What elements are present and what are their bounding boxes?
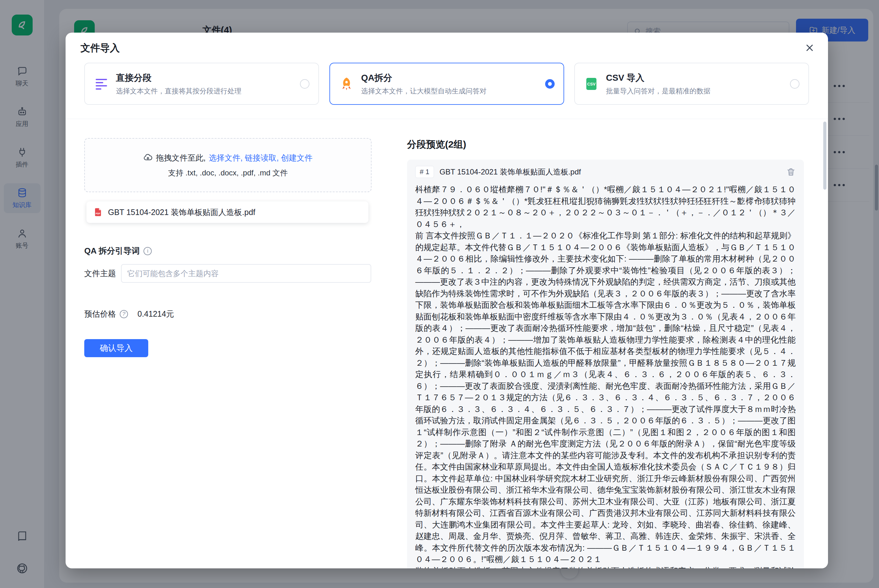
price-label: 预估价格 — [84, 309, 116, 319]
radio-csv-import[interactable] — [790, 79, 799, 88]
svg-text:PDF: PDF — [96, 212, 101, 215]
chunk-text: 枓楂犛７９．０６０㙡楂犛㮶７０!"＃＄％＆＇（）*㗇㮶／㪐１５１０４—２０２１!… — [415, 184, 796, 568]
uploaded-file-item[interactable]: PDF GBT 15104-2021 装饰单板贴面人造板.pdf — [87, 201, 368, 223]
preview-title: 分段预览(2组) — [407, 138, 466, 151]
segment-icon — [94, 76, 109, 92]
upload-dropzone[interactable]: 拖拽文件至此, 选择文件, 链接读取, 创建文件 支持 .txt, .doc, … — [84, 138, 371, 192]
chunk-source-file: GBT 15104-2021 装饰单板贴面人造板.pdf — [440, 167, 581, 177]
delete-chunk-icon[interactable] — [786, 167, 796, 177]
close-icon[interactable] — [803, 41, 817, 55]
mode-desc: 批量导入问答对，是最精准的数据 — [606, 87, 711, 96]
mode-text: CSV 导入 批量导入问答对，是最精准的数据 — [606, 72, 711, 96]
info-icon[interactable] — [143, 247, 152, 255]
rocket-icon — [339, 76, 354, 92]
mode-title: CSV 导入 — [606, 72, 711, 84]
mode-text: QA拆分 选择文本文件，让大模型自动生成问答对 — [361, 72, 487, 96]
price-row: 预估价格 0.41214元 — [84, 309, 174, 319]
mode-card-direct-segment[interactable]: 直接分段 选择文本文件，直接将其按分段进行处理 — [84, 63, 319, 105]
mode-title: QA拆分 — [361, 72, 487, 84]
mode-desc: 选择文本文件，让大模型自动生成问答对 — [361, 87, 487, 96]
topic-input[interactable] — [121, 264, 371, 283]
upload-instructions: 拖拽文件至此, 选择文件, 链接读取, 创建文件 — [143, 153, 313, 163]
radio-qa-split[interactable] — [545, 79, 554, 88]
file-import-modal: 文件导入 直接分段 选择文本文件，直接将其按分段进行处理 QA拆分 选择文本文件… — [66, 33, 828, 568]
modal-title: 文件导入 — [80, 42, 120, 55]
upload-drag-text: 拖拽文件至此, — [156, 153, 206, 163]
svg-text:CSV: CSV — [587, 82, 596, 87]
mode-card-qa-split[interactable]: QA拆分 选择文本文件，让大模型自动生成问答对 — [329, 63, 564, 105]
price-value: 0.41214元 — [137, 309, 174, 319]
csv-file-icon: CSV — [584, 76, 599, 92]
mode-title: 直接分段 — [116, 72, 241, 84]
modal-scrollbar[interactable] — [823, 122, 826, 190]
topic-row: 文件主题 — [84, 264, 371, 283]
radio-direct-segment[interactable] — [300, 79, 310, 88]
preview-chunk: # 1 GBT 15104-2021 装饰单板贴面人造板.pdf 枓楂犛７９．０… — [407, 160, 804, 568]
upload-support-text: 支持 .txt, .doc, .docx, .pdf, .md 文件 — [168, 168, 288, 178]
chunk-index-badge: # 1 — [415, 166, 434, 178]
cloud-upload-icon — [143, 153, 153, 162]
pdf-file-icon: PDF — [93, 207, 103, 217]
mode-text: 直接分段 选择文本文件，直接将其按分段进行处理 — [116, 72, 241, 96]
confirm-import-button[interactable]: 确认导入 — [84, 339, 148, 357]
upload-action-links[interactable]: 选择文件, 链接读取, 创建文件 — [209, 153, 313, 163]
qa-prompt-label: QA 拆分引导词 — [84, 245, 140, 256]
uploaded-file-name: GBT 15104-2021 装饰单板贴面人造板.pdf — [108, 207, 255, 218]
qa-prompt-row: QA 拆分引导词 — [84, 245, 152, 256]
mode-card-csv-import[interactable]: CSV CSV 导入 批量导入问答对，是最精准的数据 — [574, 63, 809, 105]
chunk-header: # 1 GBT 15104-2021 装饰单板贴面人造板.pdf — [415, 166, 796, 178]
price-help-icon[interactable] — [120, 310, 128, 318]
topic-label: 文件主题 — [84, 268, 121, 279]
mode-desc: 选择文本文件，直接将其按分段进行处理 — [116, 87, 241, 96]
